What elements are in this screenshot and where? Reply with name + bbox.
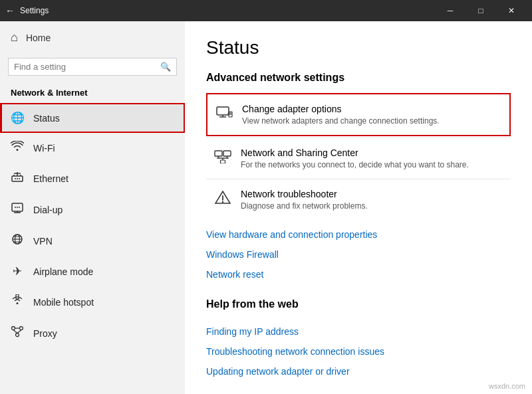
troubleshooter-icon: [214, 190, 231, 209]
search-box[interactable]: 🔍: [8, 58, 177, 76]
finding-ip-link[interactable]: Finding my IP address: [206, 320, 511, 340]
svg-rect-35: [223, 151, 231, 156]
sidebar-item-dialup[interactable]: Dial-up: [0, 194, 185, 225]
hotspot-icon: [11, 294, 24, 310]
dialup-label: Dial-up: [33, 205, 63, 215]
svg-rect-27: [217, 107, 229, 115]
svg-line-25: [13, 330, 17, 334]
svg-point-23: [16, 334, 19, 337]
page-title: Status: [206, 37, 511, 58]
home-label: Home: [26, 33, 51, 43]
ethernet-label: Ethernet: [33, 173, 68, 184]
home-icon: ⌂: [11, 31, 18, 45]
troubleshooter-name: Network troubleshooter: [241, 189, 368, 199]
change-adapter-text: Change adapter options View network adap…: [242, 104, 440, 126]
proxy-icon: [11, 326, 24, 341]
sidebar-item-wifi[interactable]: Wi-Fi: [0, 133, 185, 163]
sharing-center-item[interactable]: Network and Sharing Center For the netwo…: [206, 138, 511, 179]
title-bar-left: ← Settings: [5, 5, 435, 16]
window-controls: ─ □ ✕: [435, 0, 527, 21]
vpn-label: VPN: [33, 236, 53, 246]
sidebar-item-home[interactable]: ⌂ Home: [0, 21, 185, 54]
watermark: wsxdn.com: [489, 382, 525, 390]
updating-adapter-link[interactable]: Updating network adapter or driver: [206, 359, 511, 379]
ethernet-icon: [11, 171, 24, 186]
wifi-label: Wi-Fi: [33, 143, 55, 153]
help-section: Help from the web Finding my IP address …: [206, 298, 511, 379]
svg-point-42: [222, 201, 223, 203]
sharing-center-icon: [214, 149, 231, 167]
change-adapter-item[interactable]: Change adapter options View network adap…: [206, 93, 511, 136]
windows-firewall-link[interactable]: Windows Firewall: [206, 243, 511, 262]
help-section-title: Help from the web: [206, 298, 511, 310]
svg-point-12: [15, 207, 16, 208]
sidebar-section-title: Network & Internet: [0, 84, 185, 103]
sidebar-item-vpn[interactable]: VPN: [0, 225, 185, 256]
advanced-section-title: Advanced network settings: [206, 72, 511, 84]
main-layout: ⌂ Home 🔍 Network & Internet 🌐 Status: [0, 21, 532, 394]
maximize-button[interactable]: □: [466, 0, 496, 21]
sidebar-item-airplane[interactable]: ✈ Airplane mode: [0, 256, 185, 286]
sidebar-item-ethernet[interactable]: Ethernet: [0, 163, 185, 194]
vpn-icon: [11, 233, 24, 248]
troubleshooter-item[interactable]: Network troubleshooter Diagnose and fix …: [206, 179, 511, 220]
hotspot-label: Mobile hotspot: [33, 297, 94, 308]
status-label: Status: [33, 113, 60, 124]
change-adapter-icon: [215, 105, 233, 124]
advanced-links: View hardware and connection properties …: [206, 220, 511, 282]
svg-rect-34: [215, 151, 222, 156]
troubleshooter-desc: Diagnose and fix network problems.: [241, 201, 368, 211]
close-button[interactable]: ✕: [496, 0, 527, 21]
sidebar: ⌂ Home 🔍 Network & Internet 🌐 Status: [0, 21, 185, 394]
svg-point-13: [17, 207, 18, 208]
sharing-center-text: Network and Sharing Center For the netwo…: [241, 148, 469, 169]
troubleshooter-text: Network troubleshooter Diagnose and fix …: [241, 189, 368, 211]
change-adapter-desc: View network adapters and change connect…: [242, 116, 440, 126]
svg-rect-40: [221, 160, 225, 163]
search-icon: 🔍: [160, 62, 171, 72]
svg-line-26: [17, 330, 21, 334]
content-area: Status Advanced network settings Change …: [185, 21, 532, 394]
proxy-label: Proxy: [33, 328, 57, 339]
airplane-label: Airplane mode: [33, 266, 93, 277]
sharing-center-desc: For the networks you connect to, decide …: [241, 160, 469, 169]
sidebar-item-hotspot[interactable]: Mobile hotspot: [0, 286, 185, 318]
network-reset-link[interactable]: Network reset: [206, 262, 511, 282]
sharing-center-name: Network and Sharing Center: [241, 148, 469, 158]
airplane-icon: ✈: [11, 264, 24, 278]
sidebar-item-status[interactable]: 🌐 Status: [0, 103, 185, 133]
status-icon: 🌐: [11, 111, 24, 125]
change-adapter-name: Change adapter options: [242, 104, 440, 114]
svg-point-22: [20, 327, 23, 330]
back-button[interactable]: ←: [5, 5, 15, 16]
title-bar: ← Settings ─ □ ✕: [0, 0, 532, 21]
svg-point-14: [19, 207, 20, 208]
view-hardware-link[interactable]: View hardware and connection properties: [206, 223, 511, 243]
sidebar-item-proxy[interactable]: Proxy: [0, 318, 185, 349]
troubleshooting-link[interactable]: Troubleshooting network connection issue…: [206, 340, 511, 359]
search-input[interactable]: [14, 62, 156, 72]
app-title: Settings: [20, 6, 49, 15]
minimize-button[interactable]: ─: [435, 0, 466, 21]
dialup-icon: [11, 202, 24, 217]
wifi-icon: [11, 141, 24, 155]
svg-point-21: [12, 327, 15, 330]
